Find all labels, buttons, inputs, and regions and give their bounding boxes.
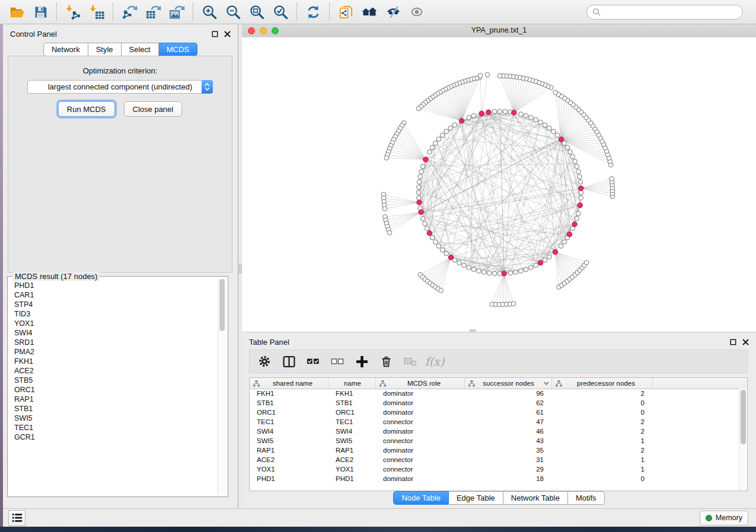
- network-node[interactable]: [416, 106, 421, 111]
- network-node[interactable]: [452, 123, 457, 127]
- open-file-icon[interactable]: [5, 2, 28, 22]
- clone-network-icon[interactable]: [334, 2, 358, 22]
- network-node[interactable]: [579, 196, 583, 200]
- network-node[interactable]: [492, 271, 497, 276]
- mcds-node[interactable]: [559, 137, 563, 142]
- network-node[interactable]: [416, 196, 421, 200]
- network-node[interactable]: [575, 164, 579, 169]
- mcds-node[interactable]: [427, 230, 432, 235]
- close-panel-icon[interactable]: [742, 338, 749, 345]
- network-node[interactable]: [551, 129, 556, 134]
- network-node[interactable]: [436, 137, 441, 142]
- search-input[interactable]: [604, 7, 737, 17]
- network-node[interactable]: [578, 174, 582, 179]
- network-node[interactable]: [576, 169, 581, 174]
- mcds-node[interactable]: [579, 186, 583, 191]
- list-item[interactable]: SWI5: [14, 414, 218, 423]
- network-node[interactable]: [462, 263, 467, 268]
- table-row[interactable]: FKH1FKH1dominator962: [250, 389, 739, 398]
- mcds-node[interactable]: [502, 271, 506, 276]
- network-node[interactable]: [485, 72, 490, 77]
- show-eye-icon[interactable]: [405, 2, 429, 22]
- float-panel-icon[interactable]: [211, 30, 218, 37]
- network-node[interactable]: [428, 150, 432, 155]
- network-node[interactable]: [534, 117, 538, 122]
- window-close-icon[interactable]: [248, 27, 255, 34]
- mcds-node[interactable]: [572, 222, 577, 226]
- network-node[interactable]: [524, 267, 528, 272]
- zoom-selected-icon[interactable]: [269, 2, 292, 22]
- mcds-list-scrollbar[interactable]: [218, 278, 226, 495]
- network-node[interactable]: [538, 120, 543, 125]
- network-node[interactable]: [420, 164, 425, 169]
- network-node[interactable]: [513, 270, 518, 275]
- network-node[interactable]: [425, 226, 429, 231]
- network-node[interactable]: [584, 261, 589, 265]
- column-header-MCDS-role[interactable]: MCDS role: [376, 378, 465, 389]
- delete-columns-icon[interactable]: [378, 354, 394, 369]
- mcds-node[interactable]: [538, 260, 543, 265]
- list-item[interactable]: PMA2: [14, 347, 218, 357]
- network-node[interactable]: [477, 269, 481, 274]
- network-node[interactable]: [610, 177, 614, 181]
- mcds-node[interactable]: [417, 200, 422, 204]
- network-node[interactable]: [543, 258, 547, 262]
- network-node[interactable]: [433, 141, 438, 146]
- tab-network-table[interactable]: Network Table: [503, 491, 568, 505]
- network-node[interactable]: [416, 190, 421, 195]
- network-node[interactable]: [503, 109, 508, 114]
- network-node[interactable]: [547, 126, 552, 131]
- network-node[interactable]: [555, 133, 560, 137]
- network-node[interactable]: [436, 244, 441, 249]
- network-node[interactable]: [481, 270, 486, 275]
- network-node[interactable]: [478, 73, 483, 78]
- column-header-name[interactable]: name: [328, 378, 376, 389]
- zoom-in-icon[interactable]: [197, 2, 221, 22]
- tab-select[interactable]: Select: [122, 43, 159, 56]
- save-session-icon[interactable]: [28, 2, 52, 22]
- home-networks-icon[interactable]: [358, 2, 381, 22]
- network-node[interactable]: [467, 116, 471, 120]
- network-node[interactable]: [524, 113, 528, 118]
- mcds-node[interactable]: [479, 111, 484, 116]
- network-node[interactable]: [448, 126, 453, 131]
- list-item[interactable]: STB5: [14, 376, 218, 385]
- network-node[interactable]: [444, 251, 449, 256]
- apply-layout-icon[interactable]: [301, 2, 325, 22]
- network-node[interactable]: [565, 145, 570, 150]
- list-item[interactable]: YOX1: [14, 319, 218, 328]
- table-row[interactable]: RAP1RAP1dominator352: [250, 446, 739, 455]
- list-item[interactable]: STP4: [14, 300, 218, 309]
- tab-edge-table[interactable]: Edge Table: [449, 491, 503, 505]
- network-node[interactable]: [519, 269, 524, 274]
- export-image-icon[interactable]: [165, 2, 189, 22]
- network-node[interactable]: [387, 230, 392, 235]
- network-node[interactable]: [497, 109, 502, 114]
- network-node[interactable]: [382, 206, 387, 211]
- import-table-icon[interactable]: [85, 2, 109, 22]
- network-node[interactable]: [420, 216, 425, 221]
- window-minimize-icon[interactable]: [260, 27, 267, 34]
- show-columns-icon[interactable]: [281, 354, 296, 369]
- network-node[interactable]: [562, 240, 567, 245]
- search-field[interactable]: [586, 5, 743, 20]
- column-header-predecessor-nodes[interactable]: predecessor nodes: [552, 378, 653, 389]
- network-node[interactable]: [553, 90, 558, 95]
- network-node[interactable]: [440, 248, 445, 252]
- network-node[interactable]: [511, 302, 516, 306]
- network-node[interactable]: [497, 73, 502, 78]
- hide-overlay-icon[interactable]: [381, 2, 405, 22]
- mcds-node[interactable]: [578, 203, 582, 207]
- list-item[interactable]: ORC1: [14, 385, 218, 395]
- memory-button[interactable]: Memory: [700, 511, 748, 525]
- table-row[interactable]: ORC1ORC1dominator610: [250, 408, 739, 417]
- tab-mcds[interactable]: MCDS: [159, 43, 197, 56]
- network-node[interactable]: [575, 216, 579, 221]
- network-node[interactable]: [543, 123, 547, 127]
- zoom-out-icon[interactable]: [221, 2, 245, 22]
- network-node[interactable]: [534, 263, 538, 268]
- network-node[interactable]: [430, 145, 435, 150]
- list-item[interactable]: ACE2: [14, 366, 218, 376]
- network-node[interactable]: [444, 129, 449, 134]
- network-node[interactable]: [471, 267, 476, 272]
